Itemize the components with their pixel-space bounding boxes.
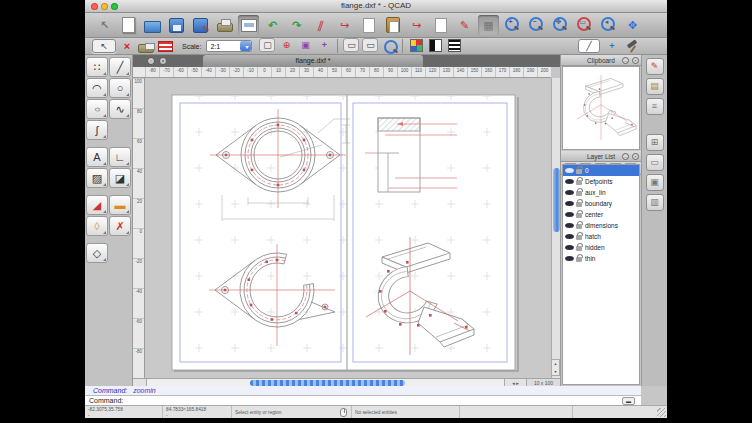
clipboard-toggle-icon[interactable]: ▣ — [646, 174, 664, 191]
layer-row[interactable]: center — [563, 209, 639, 220]
zoom-previous-icon[interactable]: ◂ — [598, 15, 619, 35]
add-point-icon[interactable]: + — [604, 39, 620, 53]
layer-list-toggle-icon[interactable]: ⊞ — [646, 134, 664, 151]
layer-lock-icon[interactable] — [576, 224, 582, 229]
layer-row[interactable]: hidden — [563, 242, 639, 253]
lineweight-a-icon[interactable]: ▭ — [343, 38, 359, 52]
print-preview-icon[interactable] — [238, 15, 259, 35]
scale-select[interactable]: 2:1 ▾ — [206, 40, 252, 52]
command-line-toggle-icon[interactable]: ▭ — [646, 154, 664, 171]
color-palette-icon[interactable] — [408, 38, 424, 52]
layer-visibility-icon[interactable] — [565, 190, 574, 195]
layer-row[interactable]: hatch — [563, 231, 639, 242]
command-line[interactable]: Command: ▬ — [85, 395, 641, 405]
move-icon[interactable]: ↪ — [334, 15, 355, 35]
projection-tool-icon[interactable]: ◇ — [86, 243, 108, 263]
layer-row[interactable]: thin — [563, 253, 639, 264]
document-tab[interactable]: flange.dxf * — [203, 55, 423, 67]
copy-icon[interactable] — [358, 15, 379, 35]
layer-visibility-icon[interactable] — [565, 201, 574, 206]
trim-tool-icon[interactable]: ▬ — [109, 195, 131, 215]
layer-visibility-icon[interactable] — [565, 245, 574, 250]
new-file-icon[interactable] — [118, 15, 139, 35]
point-tool-icon[interactable]: ∷ — [86, 57, 108, 77]
dimension-tool-icon[interactable]: ∟ — [109, 147, 131, 167]
modify-tool-icon[interactable]: ◢ — [86, 195, 108, 215]
panel-close-icon[interactable]: × — [632, 153, 639, 160]
dev-tools-icon[interactable] — [624, 39, 640, 53]
polyline-tool-icon[interactable]: ∿ — [109, 99, 131, 119]
snap-center-icon[interactable]: + — [316, 38, 332, 52]
lineweight-b-icon[interactable]: ▭ — [362, 38, 378, 52]
redo-icon[interactable]: ↷ — [286, 15, 307, 35]
layer-row[interactable]: dimensions — [563, 220, 639, 231]
pointer-icon[interactable]: ↖ — [94, 15, 115, 35]
property-editor-icon[interactable]: ✎ — [646, 58, 664, 75]
selection-filter-icon[interactable]: ▥ — [646, 194, 664, 211]
layer-visibility-icon[interactable] — [565, 179, 574, 184]
title-bar[interactable]: flange.dxf * - QCAD — [85, 0, 667, 13]
layer-visibility-icon[interactable] — [565, 168, 574, 173]
tab-close-icon[interactable]: × — [159, 57, 167, 65]
open-file-icon[interactable] — [142, 15, 163, 35]
cut-icon[interactable]: ∥ — [310, 15, 331, 35]
rotate-icon[interactable]: ↪ — [406, 15, 427, 35]
layer-lock-icon[interactable] — [576, 169, 582, 174]
auto-zoom-icon[interactable]: ✥ — [550, 15, 571, 35]
deselect-all-icon[interactable]: × — [119, 39, 135, 53]
draft-mode-icon[interactable]: ▢ — [259, 38, 275, 52]
layer-visibility-icon[interactable] — [565, 223, 574, 228]
save-icon[interactable] — [166, 15, 187, 35]
layer-lock-icon[interactable] — [576, 180, 582, 185]
bw-pattern-2-icon[interactable] — [446, 38, 462, 52]
duplicate-icon[interactable] — [430, 15, 451, 35]
zoom-in-icon[interactable]: + — [502, 15, 523, 35]
command-console-button[interactable]: ▬ — [622, 397, 635, 405]
resize-grip[interactable] — [657, 408, 666, 417]
print-icon[interactable] — [214, 15, 235, 35]
selection-pointer-icon[interactable]: ↖ — [92, 39, 116, 53]
layer-lock-icon[interactable] — [576, 257, 582, 262]
layer-row[interactable]: boundary — [563, 198, 639, 209]
zoom-tool-icon[interactable] — [381, 38, 397, 52]
vertical-scrollbar-thumb[interactable] — [553, 168, 560, 232]
snap-tool-icon[interactable]: ✗ — [109, 216, 131, 236]
show-ref-points-icon[interactable]: ⊕ — [278, 38, 294, 52]
layer-lock-icon[interactable] — [576, 246, 582, 251]
library-browser-icon[interactable]: ▤ — [646, 78, 664, 95]
layer-lock-icon[interactable] — [576, 213, 582, 218]
ellipse-tool-icon[interactable]: ○ — [86, 99, 108, 119]
sep-2-icon[interactable] — [400, 38, 405, 54]
draw-pen-icon[interactable]: ✎ — [454, 15, 475, 35]
panel-minimize-icon[interactable]: – — [622, 57, 629, 64]
line-style-icon[interactable]: ╱ — [578, 39, 600, 53]
paste-icon[interactable] — [382, 15, 403, 35]
print-small-icon[interactable] — [138, 39, 154, 53]
image-tool-icon[interactable]: ◪ — [109, 168, 131, 188]
pan-icon[interactable]: ✥ — [622, 15, 643, 35]
layer-lock-icon[interactable] — [576, 202, 582, 207]
zoom-out-icon[interactable]: − — [526, 15, 547, 35]
panel-close-icon[interactable]: × — [632, 57, 639, 64]
layer-lock-icon[interactable] — [576, 191, 582, 196]
layer-visibility-icon[interactable] — [565, 256, 574, 261]
layer-row[interactable]: Defpoints — [563, 176, 639, 187]
vertical-scrollbar[interactable] — [551, 78, 560, 378]
save-as-icon[interactable]: ✎ — [190, 15, 211, 35]
spline-tool-icon[interactable]: ʃ — [86, 120, 108, 140]
layer-visibility-icon[interactable] — [565, 212, 574, 217]
drawing-viewport[interactable] — [145, 78, 551, 378]
export-badge-icon[interactable] — [157, 39, 173, 53]
zoom-window-icon[interactable]: ▭ — [574, 15, 595, 35]
show-fill-icon[interactable]: ▣ — [297, 38, 313, 52]
layer-lock-icon[interactable] — [576, 235, 582, 240]
undo-icon[interactable]: ↶ — [262, 15, 283, 35]
sep-1-icon[interactable] — [335, 38, 340, 54]
bw-pattern-1-icon[interactable] — [427, 38, 443, 52]
block-list-icon[interactable]: ≡ — [646, 98, 664, 115]
layer-visibility-icon[interactable] — [565, 234, 574, 239]
arc-tool-icon[interactable]: ◠ — [86, 78, 108, 98]
vertical-scroll-arrows[interactable]: ▴ ▾ — [551, 359, 560, 376]
info-tool-icon[interactable]: ◊ — [86, 216, 108, 236]
panel-minimize-icon[interactable]: – — [622, 153, 629, 160]
